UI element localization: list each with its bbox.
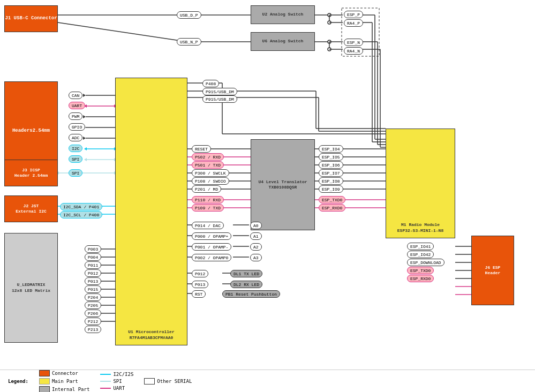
svg-point-14: [328, 48, 331, 51]
pill-esp-io7: ESP_IO7: [319, 169, 343, 177]
pill-dl2-rxled: DL2 RX LED: [230, 281, 262, 288]
svg-point-8: [328, 21, 331, 24]
pill-rst: RST: [192, 290, 206, 298]
pill-p109-txd: P109 / TXD: [192, 204, 224, 212]
svg-line-2: [58, 22, 187, 42]
u4-level-translator: U4 Level TranslatorTXB0108DQSR: [251, 139, 315, 230]
svg-point-11: [328, 40, 331, 43]
pill-p013-led: P013: [192, 281, 208, 288]
pill-p408: P408: [202, 80, 219, 87]
svg-marker-46: [83, 137, 86, 140]
pill-esp-txd0-u4: ESP_TXD0: [319, 196, 345, 203]
pill-a0: A0: [250, 222, 262, 229]
pill-pb1-reset: PB1 Reset Pushbutton: [222, 290, 280, 298]
svg-marker-37: [83, 94, 86, 97]
pill-esp-io8: ESP_IO8: [319, 177, 343, 185]
u1-microcontroller: U1 MicrocontrollerR7FA4M1AB3CFM#AA0: [115, 78, 187, 345]
pill-esp-io42: ESP_IO42: [407, 251, 434, 258]
legend: Legend: Connector Main Part Internal Par…: [0, 370, 535, 392]
pill-esp-io4: ESP_IO4: [319, 145, 343, 153]
pill-ra4-n: RA4_N: [344, 47, 363, 55]
pill-p012: P012: [85, 269, 101, 277]
legend-mainpart-swatch: [39, 378, 50, 385]
m1-radio-module: M1 Radio ModuleESP32-S3-MINI-1-N8: [386, 129, 455, 238]
pill-pwm: PWM: [69, 112, 82, 120]
svg-marker-49: [84, 147, 87, 150]
j6-esp-header: J6 ESPHeader: [471, 236, 514, 305]
pill-uart: UART: [69, 102, 85, 109]
pill-a3: A3: [250, 254, 262, 261]
legend-uart-line: [100, 388, 111, 389]
pill-a2: A2: [250, 243, 262, 251]
pill-esp-rxd0-u4: ESP_RXD0: [319, 204, 345, 212]
pill-can: CAN: [69, 92, 82, 99]
legend-spi-line: [100, 381, 111, 382]
pill-esp-p: ESP_P: [344, 11, 363, 18]
pill-p011: P011: [85, 261, 101, 269]
pill-p004: P004: [85, 253, 101, 261]
pill-p204: P204: [85, 293, 101, 301]
pill-p206: P206: [85, 310, 101, 317]
pill-p502-rxd: P502 / RXD: [192, 153, 224, 161]
pill-i2c-scl: I2C_SCL / P400: [60, 211, 102, 218]
legend-label: Legend:: [8, 379, 28, 384]
pill-reset: RESET: [192, 145, 211, 153]
j1-usbc-connector: J1 USB-C Connector: [4, 5, 58, 32]
j3-icsp: J3 ICSPHeader 2.54mm: [4, 160, 58, 186]
legend-connector-swatch: [39, 370, 50, 376]
pill-p012-led: P012: [192, 270, 208, 277]
pill-p014-dac: P014 / DAC: [192, 222, 224, 229]
pill-esp-io6: ESP_IO6: [319, 161, 343, 169]
j2-jst: J2 JSTExternal I2C: [4, 195, 58, 222]
u6-analog-switch: U6 Analog Switch: [251, 32, 315, 51]
pill-p501-txd: P501 / TXD: [192, 161, 224, 169]
pill-p013: P013: [85, 277, 101, 285]
pill-p108-swdio: P108 / SWDIO: [192, 177, 229, 185]
svg-marker-42: [83, 115, 86, 118]
pill-ra4-p: RA4_P: [344, 19, 363, 27]
pill-gpio: GPIO: [69, 123, 85, 131]
svg-point-5: [328, 13, 331, 17]
pill-p002-opamp0: P002 / OPAMP0: [192, 254, 231, 261]
pill-p015: P015: [85, 285, 101, 293]
pill-p915-1: P915/USB_DM: [202, 88, 237, 95]
pill-dl1-txled: DL1 TX LED: [230, 270, 262, 277]
pill-esp-rxd0-j6: ESP_RXD0: [407, 275, 434, 282]
diagram-container: J1 USB-C Connector USB_D_P USB_N_P U2 An…: [0, 0, 535, 370]
pill-a1: A1: [250, 232, 262, 240]
legend-signals: I2C/I2S SPI UART: [100, 372, 133, 391]
pill-esp-txd0-j6: ESP_TXD0: [407, 267, 434, 274]
pill-p205: P205: [85, 301, 101, 309]
pill-esp-io41: ESP_IO41: [407, 243, 434, 250]
pill-p000-opamp+: P000 / OPAMP+: [192, 232, 231, 240]
pill-i2c-sda: I2C_SDA / P401: [60, 203, 102, 210]
pill-p001-opamp-: P001 / OPAMP-: [192, 243, 231, 251]
u-ledmatrix: U_LEDMATRIX12x8 LED Matrix: [4, 233, 58, 343]
pill-spi-j3: SPI: [69, 169, 82, 177]
pill-p915-2: P915/USB_DM: [202, 95, 237, 103]
legend-i2c-line: [100, 374, 111, 375]
legend-connector: Connector Main Part Internal Part: [39, 370, 89, 393]
pill-p003: P003: [85, 245, 101, 253]
pill-p110-rxd: P110 / RXD: [192, 196, 224, 203]
pill-p213: P213: [85, 326, 101, 333]
pill-esp-download: ESP_DOWNLOAD: [407, 259, 444, 266]
pill-usb-dp: USB_D_P: [177, 11, 201, 19]
legend-serial-swatch: [144, 378, 155, 385]
pill-esp-io5: ESP_IO5: [319, 153, 343, 161]
legend-other: Other SERIAL: [144, 378, 192, 385]
pill-esp-io9: ESP_IO9: [319, 185, 343, 193]
pill-usb-np: USB_N_P: [177, 38, 201, 46]
pill-spi-headers: SPI: [69, 155, 82, 163]
svg-marker-52: [84, 158, 87, 161]
pill-adc: ADC: [69, 134, 82, 141]
legend-internalpart-swatch: [39, 386, 50, 393]
pill-p300-swclk: P300 / SWCLK: [192, 169, 229, 177]
pill-p212: P212: [85, 318, 101, 325]
u2-analog-switch: U2 Analog Switch: [251, 5, 315, 24]
pill-p201-md: P201 / MD: [192, 185, 221, 193]
pill-i2c: I2C: [69, 145, 82, 152]
pill-esp-n: ESP_N: [344, 39, 363, 46]
